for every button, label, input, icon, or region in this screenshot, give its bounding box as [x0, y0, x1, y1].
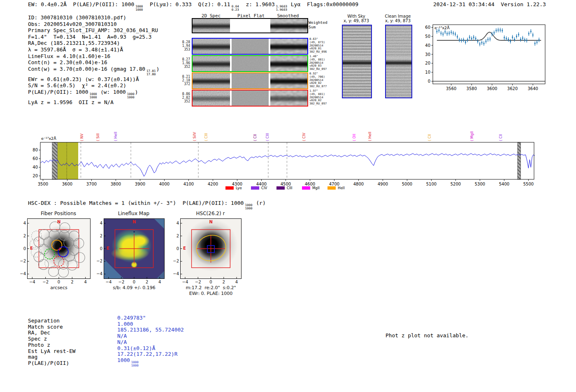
match-table-label-5: Est LyA rest-EW [28, 348, 76, 355]
cutout-image-smoothed [270, 19, 307, 32]
stacked-fraction: 10001000 [131, 361, 139, 367]
svg-text:3800: 3800 [111, 182, 121, 186]
svg-text:20: 20 [33, 174, 38, 178]
match-table-label-6: mag [28, 354, 76, 360]
info-line-6: LineFlux = 4.10(±1.60)e-16 [28, 53, 159, 60]
x-tick-label: 4 [81, 280, 91, 284]
stacked-fraction: 10001000 [127, 93, 135, 99]
x-tick-label: −2 [193, 280, 203, 284]
svg-text:40: 40 [425, 43, 430, 48]
match-table-label-7: P(LAE)/P(OII) [28, 360, 76, 366]
x-tick-label: 4 [155, 280, 165, 284]
svg-text:( OII: ( OII [352, 134, 356, 141]
match-table-label-4: Photo z [28, 342, 76, 348]
svg-text:5100: 5100 [426, 182, 437, 186]
y-tick-label: 4 [18, 221, 26, 225]
svg-text:20: 20 [425, 61, 430, 65]
cutout-image-2dspec [193, 56, 230, 71]
fiber_positions-east-label: E [30, 246, 33, 251]
svg-text:3600: 3600 [487, 86, 497, 91]
stacked-fraction: 10001000 [245, 204, 252, 210]
info-line-2: Primary Spec_Slot_IFU_AMP: 302_036_041_R… [28, 27, 159, 34]
sky-panel-title-0: With Skyx, y: 49, 873 [334, 14, 379, 23]
cutout-row-left-labels: 0.212.18372 [179, 75, 190, 86]
svg-text:HeII: HeII [338, 186, 345, 190]
cutout-image-pixelflat [232, 19, 269, 32]
match-table-value-2: 185.213186, 55.724002 [117, 327, 184, 333]
fiber_positions-north-label: N [57, 220, 60, 224]
match-table-value-3: N/A [117, 333, 184, 339]
y-tick-label: 0 [94, 246, 102, 251]
svg-text:5400: 5400 [499, 182, 509, 186]
svg-text:30: 30 [425, 52, 430, 57]
svg-text:3580: 3580 [467, 86, 477, 91]
x-tick-label: 2 [142, 280, 152, 284]
svg-text:10: 10 [425, 70, 430, 74]
svg-text:4900: 4900 [378, 182, 388, 186]
lineflux_map-plot: NE−4−4−2−2002244s/b: 4.09 +/- 0.196 [104, 218, 165, 279]
svg-text:CIV: CIV [261, 186, 267, 190]
svg-text:4800: 4800 [353, 182, 364, 186]
svg-text:( SiII: ( SiII [96, 133, 100, 141]
x-tick-label: 2 [219, 280, 229, 284]
hsc_image-overlay [181, 219, 241, 278]
match-table-value-6: 17.22(17.22,17.22)R [117, 351, 184, 357]
info-line-10: S/N = 5.6(±0.5) χ² = 2.4(±0.2) [28, 82, 159, 89]
sky-panel-image-1 [385, 25, 412, 98]
fiber_positions-title: Fiber Positions [23, 211, 94, 216]
cutout-image-2dspec [193, 73, 230, 88]
report-page: EW: 0.4±0.2Å P(LAE)/P(OII): 100010001000… [0, 0, 576, 392]
hsc_image-title: HSC(26.2) r [176, 211, 245, 216]
lineflux_map-xlabel: s/b: 4.09 +/- 0.196 [100, 285, 168, 290]
y-tick-label: −2 [94, 259, 102, 263]
svg-text:e⁻¹⁷x2Å: e⁻¹⁷x2Å [434, 26, 450, 30]
header-datetime-version: 2024-12-31 03:34:44 Version 1.22.3 [433, 1, 546, 7]
match-table-labels: SeparationMatch scoreRA, DecSpec zPhoto … [28, 318, 76, 366]
info-line-7: Cont(n) = 2.30(±0.04)e-16 [28, 59, 159, 66]
svg-text:4000: 4000 [159, 182, 170, 186]
cutout-image-2dspec [193, 39, 230, 54]
match-table-label-0: Separation [28, 318, 76, 324]
full-spectrum-plot: 3500360037003800390040004100420043004400… [27, 122, 539, 193]
svg-text:MgII: MgII [312, 186, 320, 190]
svg-text:5200: 5200 [451, 182, 461, 186]
svg-text:5300: 5300 [475, 182, 485, 186]
svg-text:4200: 4200 [208, 182, 218, 186]
cutout-row-right-labels: 0.92"(49, 706)20200514v020_02302_RU_077 [309, 72, 338, 88]
y-tick-label: 4 [171, 221, 179, 225]
svg-text:3640: 3640 [527, 86, 538, 91]
stacked-fraction: 10001000 [135, 5, 143, 12]
x-tick-label: 0 [129, 280, 139, 284]
svg-text:( CII: ( CII [427, 134, 432, 141]
match-table-values: 0.249783"1.000185.213186, 55.724002N/AN/… [117, 315, 184, 367]
x-tick-label: 0 [206, 280, 216, 284]
svg-text:3620: 3620 [507, 86, 518, 91]
svg-text:( MgII: ( MgII [470, 131, 474, 141]
cutout-row-left-labels: 0.062.02352 [179, 93, 190, 103]
y-tick-label: 4 [94, 221, 102, 225]
x-tick-label: −2 [41, 280, 51, 284]
cutout-image-2dspec [193, 90, 230, 106]
stacked-fraction: 10001000 [89, 93, 97, 99]
info-line-8: Cont(w) = 3.70(±0.00)e-16 (gmag 17.8017.… [28, 66, 159, 76]
match-table-value-1: 1.000 [117, 321, 184, 327]
x-tick-label: −2 [116, 280, 126, 284]
sky-panel-image-0 [342, 25, 372, 98]
svg-text:80: 80 [33, 148, 38, 152]
x-tick-label: 4 [232, 280, 242, 284]
svg-text:0: 0 [428, 79, 430, 84]
svg-text:( HeII: ( HeII [114, 132, 118, 141]
match-table-value-7: 100010001000 [117, 357, 184, 367]
match-table-label-2: RA, Dec [28, 330, 76, 336]
x-tick-label: −4 [27, 280, 37, 284]
x-tick-label: 0 [54, 280, 64, 284]
svg-text:e⁻¹⁷x2Å: e⁻¹⁷x2Å [41, 136, 56, 141]
match-table-value-0: 0.249783" [117, 315, 184, 321]
lineflux_map-north-label: N [132, 220, 136, 224]
y-tick-label: −4 [18, 271, 26, 276]
y-tick-label: 0 [171, 246, 179, 251]
svg-text:( NV: ( NV [80, 134, 84, 141]
match-table-value-4: N/A [117, 339, 184, 346]
info-line-1: Obs: 20200514v020_3007810310 [28, 21, 159, 28]
cutout-image-smoothed [270, 39, 307, 54]
